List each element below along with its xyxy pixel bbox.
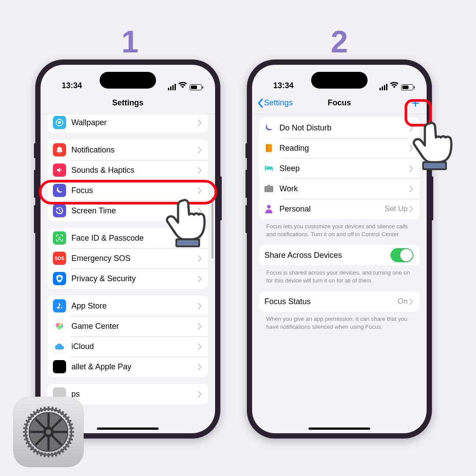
- cellular-icon: [379, 84, 387, 90]
- row-reading[interactable]: Reading: [259, 138, 420, 158]
- row-label: Focus: [71, 186, 198, 195]
- svg-rect-69: [44, 406, 46, 411]
- dynamic-island: [311, 72, 368, 89]
- row-work[interactable]: Work: [259, 178, 420, 199]
- row-app-store[interactable]: App Store: [48, 296, 208, 316]
- bed-icon: [264, 164, 273, 173]
- svg-rect-59: [23, 435, 28, 437]
- svg-rect-41: [69, 435, 74, 437]
- book-icon: [264, 144, 273, 152]
- navbar: Settings Focus +: [252, 92, 427, 114]
- row-label: Emergency SOS: [71, 254, 198, 263]
- row-personal[interactable]: Personal Set Up: [259, 199, 420, 219]
- battery-icon: [401, 84, 413, 90]
- footer-note: When you give an app permission, it can …: [259, 312, 420, 331]
- status-time: 13:34: [62, 81, 82, 90]
- page-title: Focus: [327, 98, 351, 108]
- wifi-icon: [178, 81, 187, 90]
- row-value: Set Up: [385, 205, 408, 213]
- page-title: Settings: [112, 98, 143, 108]
- svg-rect-50: [48, 453, 49, 457]
- row-game-center[interactable]: Game Center: [48, 316, 208, 336]
- row-sounds[interactable]: Sounds & Haptics: [48, 160, 208, 180]
- row-notifications[interactable]: Notifications: [48, 140, 208, 160]
- svg-point-29: [46, 429, 51, 435]
- back-label: Settings: [264, 98, 293, 108]
- row-label: Work: [279, 184, 409, 193]
- svg-rect-40: [70, 431, 74, 433]
- svg-point-10: [57, 325, 62, 330]
- row-label: Sounds & Haptics: [71, 166, 198, 175]
- row-label: App Store: [71, 301, 198, 311]
- cellular-icon: [168, 84, 176, 90]
- tap-hand-icon: [163, 196, 214, 251]
- tap-hand-icon: [410, 119, 461, 174]
- wifi-icon: [390, 81, 398, 90]
- row-label: Share Across Devices: [264, 251, 390, 260]
- row-label: Privacy & Security: [71, 274, 198, 283]
- row-wallpaper[interactable]: Wallpaper: [48, 114, 208, 133]
- moon-icon: [264, 123, 273, 132]
- row-label: iCloud: [71, 342, 198, 351]
- settings-list[interactable]: Wallpaper Notifications Sounds & Haptics: [41, 114, 215, 433]
- home-indicator[interactable]: [97, 428, 159, 430]
- focus-list[interactable]: Do Not Disturb Reading Sleep Work: [252, 114, 427, 433]
- step-number-1: 1: [117, 24, 143, 60]
- phone-mockup-2: 13:34 Settings Focus + Do Not Disturb: [247, 60, 432, 439]
- row-label: Game Center: [71, 322, 198, 331]
- row-value: On: [398, 297, 408, 306]
- row-label: ps: [71, 390, 198, 399]
- svg-rect-61: [23, 427, 28, 430]
- row-focus-status[interactable]: Focus Status On: [259, 291, 420, 312]
- row-dnd[interactable]: Do Not Disturb: [259, 118, 420, 138]
- person-icon: [264, 205, 273, 213]
- row-share-devices[interactable]: Share Across Devices: [259, 245, 420, 265]
- row-label: Sleep: [279, 164, 409, 173]
- row-wallet[interactable]: allet & Apple Pay: [48, 357, 208, 377]
- settings-app-icon: [13, 397, 84, 467]
- svg-rect-14: [267, 144, 268, 152]
- svg-rect-12: [176, 239, 199, 246]
- battery-icon: [190, 84, 202, 90]
- svg-rect-16: [423, 162, 446, 169]
- svg-rect-60: [23, 431, 27, 433]
- svg-rect-51: [44, 453, 46, 457]
- row-label: Reading: [279, 144, 409, 153]
- row-icloud[interactable]: iCloud: [48, 336, 208, 357]
- row-label: Do Not Disturb: [279, 123, 409, 133]
- row-label: Focus Status: [264, 297, 398, 306]
- svg-point-1: [58, 121, 61, 124]
- row-privacy[interactable]: Privacy & Security: [48, 268, 208, 289]
- svg-rect-39: [69, 427, 74, 430]
- row-label: Notifications: [71, 145, 198, 155]
- dynamic-island: [100, 72, 156, 89]
- svg-point-11: [59, 323, 62, 326]
- svg-rect-49: [51, 453, 54, 457]
- add-button[interactable]: +: [411, 96, 420, 110]
- svg-rect-31: [51, 406, 54, 411]
- footer-note: Focus lets you customize your devices an…: [259, 219, 420, 238]
- navbar: Settings: [41, 92, 215, 114]
- svg-point-15: [267, 205, 271, 208]
- row-sleep[interactable]: Sleep: [259, 158, 420, 178]
- step-number-2: 2: [326, 24, 353, 60]
- home-indicator[interactable]: [309, 428, 370, 430]
- svg-point-6: [58, 237, 59, 238]
- svg-rect-30: [48, 406, 49, 411]
- back-button[interactable]: Settings: [257, 98, 293, 108]
- toggle-on[interactable]: [390, 248, 413, 262]
- row-label: Personal: [279, 205, 385, 214]
- status-time: 13:34: [273, 81, 294, 90]
- row-label: allet & Apple Pay: [71, 362, 198, 372]
- footer-note: Focus is shared across your devices, and…: [259, 265, 420, 284]
- briefcase-icon: [264, 184, 273, 193]
- row-label: Wallpaper: [71, 118, 198, 127]
- svg-point-7: [60, 237, 61, 238]
